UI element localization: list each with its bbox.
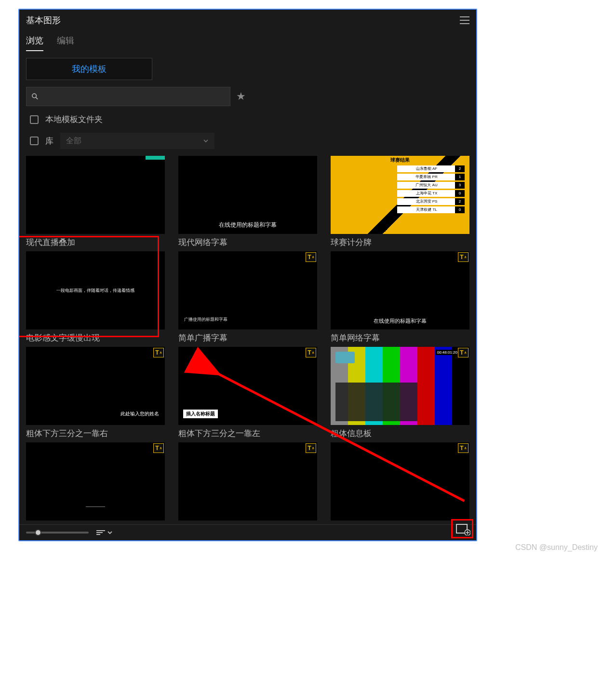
watermark: CSDN @sunny_Destiny [515,543,598,552]
template-label [178,523,317,524]
local-folder-checkbox[interactable] [30,115,39,124]
motion-graphics-badge-icon: T∧ [153,348,164,357]
sort-icon [96,530,105,535]
template-label: 简单网络字幕 [331,332,469,344]
local-folder-label: 本地模板文件夹 [45,114,103,125]
template-thumbnail[interactable]: 一段电影画面，伴随着对话，传递着情感 [26,251,165,329]
panel-header: 基本图形 [19,10,476,26]
search-input[interactable] [42,93,225,101]
template-thumbnail[interactable]: T∧ [331,442,469,521]
tab-browse[interactable]: 浏览 [26,35,43,51]
template-label: 简单广播字幕 [178,332,317,344]
library-checkbox[interactable] [30,137,39,145]
template-item[interactable]: 球赛结果山东鲁能 AF2华夏幸福 PR1广州恒大 AU3上海申花 TX0北京国安… [331,156,469,248]
svg-point-0 [32,94,36,97]
zoom-slider[interactable] [26,532,89,534]
essential-graphics-panel: 基本图形 浏览 编辑 我的模板 ★ [18,9,477,541]
template-item[interactable]: 在线使用的标题和字幕T∧简单网络字幕 [331,251,469,344]
template-item[interactable]: 在线使用的标题和字幕现代网络字幕 [178,156,317,248]
motion-graphics-badge-icon: T∧ [458,348,469,357]
timecode: 00:48:01:20 [436,350,459,355]
template-thumbnail[interactable]: T∧ [26,442,165,521]
preview-text: 在线使用的标题和字幕 [219,221,277,229]
motion-graphics-badge-icon: T∧ [306,252,316,262]
template-thumbnail[interactable] [26,156,165,234]
preview-text: 在线使用的标题和字幕 [331,317,469,325]
panel-menu-icon[interactable] [460,16,469,24]
search-icon [31,93,39,100]
chevron-down-icon [203,138,209,144]
template-item[interactable]: 一段电影画面，伴随着对话，传递着情感电影感文字缓慢出现 [26,251,165,344]
template-label: 粗体下方三分之一靠右 [26,428,165,439]
panel-title: 基本图形 [26,14,61,26]
preview-title: 球赛结果 [331,157,469,164]
library-select[interactable]: 全部 [60,133,214,149]
sort-button[interactable] [96,530,113,535]
favorites-filter-icon[interactable]: ★ [236,90,246,103]
template-item[interactable]: T∧ [26,442,165,524]
template-item[interactable]: 广播使用的标题和字幕T∧简单广播字幕 [178,251,317,344]
template-item[interactable]: T∧ [178,442,317,524]
svg-line-1 [36,97,38,99]
my-templates-label: 我的模板 [72,63,107,75]
motion-graphics-badge-icon: T∧ [306,443,316,453]
template-item[interactable]: 00:48:01:20T∧粗体信息板 [331,347,469,439]
template-label: 球赛计分牌 [331,237,469,248]
template-grid: 现代直播叠加在线使用的标题和字幕现代网络字幕球赛结果山东鲁能 AF2华夏幸福 P… [26,156,469,524]
template-thumbnail[interactable]: 广播使用的标题和字幕T∧ [178,251,317,329]
template-item[interactable]: T∧ [331,442,469,524]
motion-graphics-badge-icon: T∧ [458,252,469,262]
motion-graphics-badge-icon: T∧ [153,443,164,453]
template-thumbnail[interactable]: 00:48:01:20T∧ [331,347,469,425]
template-thumbnail[interactable]: 此处输入您的姓名T∧ [26,347,165,425]
template-label: 电影感文字缓慢出现 [26,332,165,344]
motion-graphics-badge-icon: T∧ [458,443,469,453]
motion-graphics-badge-icon: T∧ [306,348,316,357]
template-label: 现代直播叠加 [26,237,165,248]
template-label [331,523,469,524]
preview-text: 插入名称标题 [183,410,218,418]
tab-edit[interactable]: 编辑 [57,35,74,51]
panel-footer [19,524,476,540]
preview-text: 广播使用的标题和字幕 [184,316,228,323]
template-thumbnail[interactable]: 插入名称标题T∧ [178,347,317,425]
template-label: 粗体信息板 [331,428,469,439]
tabs: 浏览 编辑 [19,26,476,51]
template-item[interactable]: 插入名称标题T∧粗体下方三分之一靠左 [178,347,317,439]
template-thumbnail[interactable]: T∧ [178,442,317,521]
template-label: 粗体下方三分之一靠左 [178,428,317,439]
library-label: 库 [45,136,54,147]
template-label: 现代网络字幕 [178,237,317,248]
add-template-icon [456,524,470,535]
library-select-value: 全部 [66,136,81,146]
template-item[interactable]: 现代直播叠加 [26,156,165,248]
chevron-down-icon [107,530,113,535]
preview-text: 此处输入您的姓名 [119,410,161,418]
template-item[interactable]: 此处输入您的姓名T∧粗体下方三分之一靠右 [26,347,165,439]
template-thumbnail[interactable]: 在线使用的标题和字幕T∧ [331,251,469,329]
my-templates-button[interactable]: 我的模板 [26,58,152,80]
new-template-button[interactable] [455,523,471,536]
preview-text: 一段电影画面，伴随着对话，传递着情感 [56,288,134,294]
template-label [26,523,165,524]
template-thumbnail[interactable]: 在线使用的标题和字幕 [178,156,317,234]
search-box[interactable] [26,87,230,106]
template-thumbnail[interactable]: 球赛结果山东鲁能 AF2华夏幸福 PR1广州恒大 AU3上海申花 TX0北京国安… [331,156,469,234]
